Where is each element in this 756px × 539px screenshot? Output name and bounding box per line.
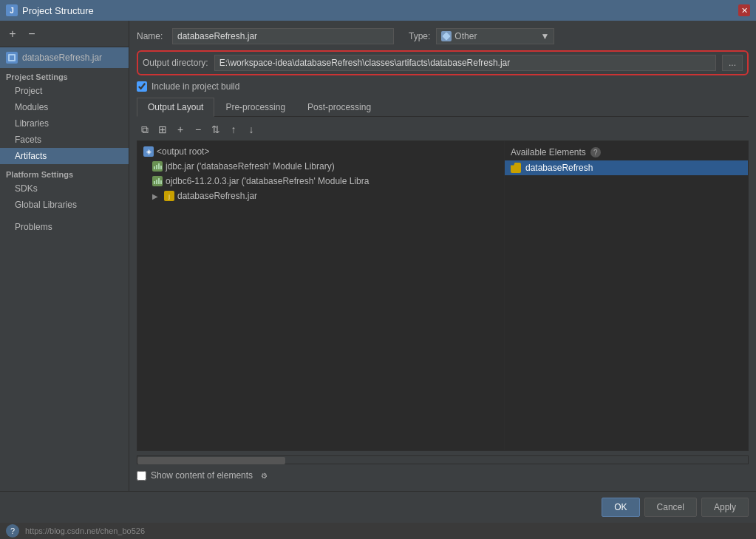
up-button[interactable]: ↑ [225,121,242,138]
sidebar-item-problems[interactable]: Problems [0,219,129,235]
window-title: Project Structure [22,5,734,16]
name-type-row: Name: Type: Other ▼ [137,28,749,44]
other-type-icon [441,31,452,41]
add-button[interactable]: + [172,121,188,138]
tree-item-dbrefresh-label: databaseRefresh.jar [177,191,257,201]
name-input[interactable] [172,28,394,44]
sidebar-toolbar: + − [0,21,129,47]
show-content-row: Show content of elements ⚙ [137,467,749,484]
artifact-list-item[interactable]: databaseRefresh.jar [0,47,129,68]
up-arrow-icon: ↑ [231,123,236,135]
project-settings-header: Project Settings [0,68,129,83]
tab-output-layout[interactable]: Output Layout [137,98,214,117]
type-dropdown[interactable]: Other ▼ [436,28,554,44]
jar-icon: j [164,191,174,201]
output-panel: ◈ <output root> jdbc.jar ('databaseRefre… [137,141,504,450]
help-icon[interactable]: ? [590,147,601,157]
output-dir-row: Output directory: ... [137,50,749,75]
available-panel: Available Elements ? databaseRefresh [504,141,748,450]
sidebar-item-modules[interactable]: Modules [0,99,129,115]
copy-icon: ⧉ [141,123,149,136]
sidebar-item-libraries[interactable]: Libraries [0,115,129,132]
platform-settings-header: Platform Settings [0,164,129,180]
content-area: Name: Type: Other ▼ Output directory: ..… [129,21,756,491]
output-dir-input[interactable] [214,55,716,71]
tree-item-jdbc[interactable]: jdbc.jar ('databaseRefresh' Module Libra… [137,159,504,174]
tabs-row: Output Layout Pre-processing Post-proces… [137,98,749,117]
sidebar: + − databaseRefresh.jar Project Settings… [0,21,129,491]
available-item-label: databaseRefresh [525,163,593,173]
sidebar-item-project[interactable]: Project [0,83,129,99]
lib-icon-ojdbc [152,176,163,186]
output-root-icon: ◈ [143,146,154,157]
down-button[interactable]: ↓ [243,121,259,138]
status-bar: ? https://blog.csdn.net/chen_bo526 [0,523,756,539]
grid-button[interactable]: ⊞ [154,121,171,138]
cancel-button[interactable]: Cancel [644,498,697,517]
show-content-label[interactable]: Show content of elements [151,470,253,481]
add-icon: + [177,123,183,135]
scrollbar-thumb [137,457,285,464]
ok-button[interactable]: OK [602,498,639,517]
type-label: Type: [409,31,430,41]
bottom-section: Show content of elements ⚙ [137,455,749,484]
title-bar: J Project Structure ✕ [0,0,756,21]
name-label: Name: [137,31,166,41]
type-value: Other [454,31,477,41]
sidebar-item-facets[interactable]: Facets [0,132,129,148]
copy-button[interactable]: ⧉ [137,121,153,138]
tree-item-dbrefresh-jar[interactable]: ▶ j databaseRefresh.jar [137,189,504,203]
include-project-build-checkbox[interactable] [137,81,147,92]
available-elements-label: Available Elements [511,147,586,157]
sidebar-item-artifacts[interactable]: Artifacts [0,148,129,164]
minus-icon: − [195,123,201,135]
expand-arrow-icon: ▶ [152,192,161,200]
available-item-dbrefresh[interactable]: databaseRefresh [505,160,748,175]
horizontal-scrollbar[interactable] [137,455,749,464]
artifact-icon [6,52,18,64]
bottom-buttons: OK Cancel Apply [0,491,756,523]
down-arrow-icon: ↓ [249,123,254,135]
grid-icon: ⊞ [158,123,167,135]
layout-toolbar: ⧉ ⊞ + − ⇅ ↑ ↓ [137,121,749,138]
sort-icon: ⇅ [211,123,220,135]
tree-item-output-root-label: <output root> [157,146,209,157]
folder-icon [511,163,521,173]
include-project-build-label[interactable]: Include in project build [151,81,239,92]
main-layout: + − databaseRefresh.jar Project Settings… [0,21,756,491]
dropdown-arrow-icon: ▼ [540,31,549,41]
tree-item-jdbc-label: jdbc.jar ('databaseRefresh' Module Libra… [166,161,335,172]
tree-item-output-root[interactable]: ◈ <output root> [137,144,504,159]
tree-item-ojdbc[interactable]: ojdbc6-11.2.0.3.jar ('databaseRefresh' M… [137,174,504,189]
output-dir-label: Output directory: [143,58,208,68]
tab-preprocessing[interactable]: Pre-processing [214,98,296,117]
sidebar-item-sdks[interactable]: SDKs [0,180,129,197]
show-content-checkbox[interactable] [137,471,146,481]
two-panel: ◈ <output root> jdbc.jar ('databaseRefre… [137,140,749,451]
app-icon: J [6,4,18,16]
sort-button[interactable]: ⇅ [208,121,224,138]
lib-icon-jdbc [152,161,163,172]
include-project-build-row: Include in project build [137,81,749,92]
tab-postprocessing[interactable]: Post-processing [296,98,382,117]
tree-item-ojdbc-label: ojdbc6-11.2.0.3.jar ('databaseRefresh' M… [166,176,369,186]
add-artifact-button[interactable]: + [4,26,21,42]
help-button[interactable]: ? [6,524,19,538]
remove-artifact-button[interactable]: − [24,26,40,42]
status-url: https://blog.csdn.net/chen_bo526 [25,526,145,535]
sidebar-item-global-libraries[interactable]: Global Libraries [0,197,129,213]
apply-button[interactable]: Apply [701,498,749,517]
show-content-settings-button[interactable]: ⚙ [257,469,270,482]
browse-button[interactable]: ... [722,55,743,71]
close-button[interactable]: ✕ [738,4,750,16]
artifact-item-label: databaseRefresh.jar [22,52,102,63]
minus-button[interactable]: − [190,121,206,138]
available-elements-header: Available Elements ? [505,144,748,160]
